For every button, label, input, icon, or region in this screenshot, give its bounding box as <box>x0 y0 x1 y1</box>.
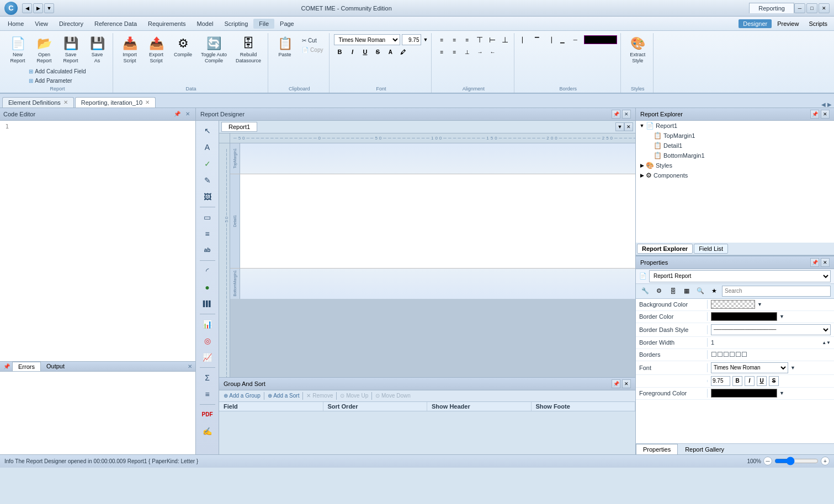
border-line-style-btn[interactable]: ─ <box>570 34 581 45</box>
menu-reference-data[interactable]: Reference Data <box>89 19 142 29</box>
cut-button[interactable]: ✂ Cut <box>299 36 326 45</box>
strikethrough-button[interactable]: S <box>372 46 383 57</box>
paste-button[interactable]: 📋 Paste <box>273 34 297 60</box>
open-report-button[interactable]: 📂 OpenReport <box>32 34 56 66</box>
align-center-button[interactable]: ≡ <box>449 34 460 45</box>
tab-output[interactable]: Output <box>41 362 70 371</box>
tool-check[interactable]: ✓ <box>199 156 216 171</box>
font-bold-prop-btn[interactable]: B <box>732 376 742 386</box>
outdent-button[interactable]: ← <box>487 46 498 57</box>
panel-pin-button[interactable]: 📌 <box>173 110 182 119</box>
re-pin-btn[interactable]: 📌 <box>810 110 819 119</box>
align-bottom-button[interactable]: ⊥ <box>500 34 511 45</box>
align-right-button[interactable]: ≡ <box>461 34 472 45</box>
save-as-button[interactable]: 💾 SaveAs <box>85 34 109 66</box>
tool-barcode[interactable]: ▌▌▌ <box>199 296 216 312</box>
props-tool-table[interactable]: ▦ <box>681 286 693 297</box>
tab-nav-left[interactable]: ◀ <box>821 101 826 108</box>
zoom-in-btn[interactable]: + <box>821 457 830 465</box>
compile-button[interactable]: ⚙ Compile <box>171 34 195 60</box>
dropdown-button[interactable]: ▼ <box>44 3 54 13</box>
tree-topmargin1[interactable]: 📋 TopMargin1 <box>636 131 834 141</box>
props-tool-datasource[interactable]: 🗄 <box>667 286 679 297</box>
align-left-button[interactable]: ≡ <box>436 34 447 45</box>
extract-style-button[interactable]: 🎨 ExtractStyle <box>625 34 650 66</box>
bottom-margin-canvas[interactable] <box>240 269 635 299</box>
border-top-btn[interactable]: ▔ <box>532 34 543 45</box>
align-middle-button[interactable]: ⊢ <box>487 34 498 45</box>
tool-signature[interactable]: ✍ <box>199 423 216 439</box>
tool-shape[interactable]: ▭ <box>199 210 216 225</box>
rd-close-btn[interactable]: ✕ <box>622 110 631 119</box>
back-button[interactable]: ◀ <box>22 3 32 13</box>
align-3-button[interactable]: ⊥ <box>461 46 472 57</box>
detail-canvas[interactable] <box>240 174 635 268</box>
zoom-out-btn[interactable]: ─ <box>763 457 772 465</box>
indent-button[interactable]: → <box>474 46 485 57</box>
tab-close-btn2[interactable]: ✕ <box>624 122 633 131</box>
underline-button[interactable]: U <box>359 46 370 57</box>
export-script-button[interactable]: 📤 ExportScript <box>144 34 168 66</box>
prop-value-border-color[interactable]: ▼ <box>708 311 834 322</box>
tree-components[interactable]: ▶ ⚙ Components <box>636 170 834 180</box>
menu-model[interactable]: Model <box>192 19 219 29</box>
tool-sparkline[interactable]: 📈 <box>199 350 216 365</box>
font-select[interactable]: Times New Roman <box>711 362 788 373</box>
tool-rich-text2[interactable]: ab <box>199 243 216 258</box>
gs-pin-btn[interactable]: 📌 <box>612 379 620 388</box>
props-tool-events[interactable]: 🔧 <box>639 286 651 297</box>
new-report-button[interactable]: 📄 NewReport <box>6 34 30 66</box>
font-dropdown-arrow[interactable]: ▼ <box>790 365 795 371</box>
border-color-swatch[interactable] <box>711 312 777 321</box>
border-color-swatch[interactable] <box>584 35 617 44</box>
font-size-dropdown-icon[interactable]: ▼ <box>423 37 428 42</box>
tree-detail1[interactable]: 📋 Detail1 <box>636 141 834 151</box>
prop-value-border-width[interactable]: 1 ▲▼ <box>708 338 834 347</box>
add-parameter-button[interactable]: ⊞ Add Parameter <box>26 77 88 85</box>
scripts-button[interactable]: Scripts <box>804 19 832 28</box>
copy-button[interactable]: 📄 Copy <box>299 46 326 54</box>
report1-tab[interactable]: Report1 <box>221 122 257 132</box>
menu-requirements[interactable]: Requirements <box>142 19 191 29</box>
prop-value-borders[interactable]: ☐☐☐☐☐☐ <box>708 350 834 360</box>
close-button[interactable]: ✕ <box>819 3 830 13</box>
props-search-input[interactable] <box>722 286 831 297</box>
align-distribute-button[interactable]: ≡ <box>449 46 460 57</box>
menu-view[interactable]: View <box>29 19 54 29</box>
minimize-button[interactable]: ─ <box>794 3 805 13</box>
tab-nav-right[interactable]: ▶ <box>827 101 832 108</box>
menu-scripting[interactable]: Scripting <box>219 19 254 29</box>
restore-button[interactable]: □ <box>806 3 817 13</box>
tool-image[interactable]: 🖼 <box>199 189 216 205</box>
font-strikethrough-prop-btn[interactable]: S <box>769 376 779 386</box>
font-size-prop-input[interactable] <box>711 376 730 386</box>
tab-dropdown-btn[interactable]: ▼ <box>615 122 624 131</box>
forward-button[interactable]: ▶ <box>33 3 43 13</box>
errors-close-button[interactable]: ✕ <box>188 363 192 369</box>
bold-button[interactable]: B <box>334 46 345 57</box>
prop-value-fg-color[interactable]: ▼ <box>708 388 834 399</box>
bg-color-dropdown[interactable]: ▼ <box>757 302 762 307</box>
font-underline-prop-btn[interactable]: U <box>757 376 767 386</box>
font-italic-prop-btn[interactable]: I <box>745 376 755 386</box>
align-justify-button[interactable]: ≡ <box>436 46 447 57</box>
tab-errors[interactable]: Errors <box>12 362 41 371</box>
border-color-dropdown[interactable]: ▼ <box>779 314 784 319</box>
tab-reporting[interactable]: Reporting, iteration_10 ✕ <box>75 97 156 108</box>
re-tab-fieldlist[interactable]: Field List <box>694 244 728 254</box>
tool-curve[interactable]: ◜ <box>199 263 216 278</box>
rebuild-datasource-button[interactable]: 🗄 RebuildDatasource <box>232 34 264 66</box>
tool-lines[interactable]: ≡ <box>199 226 216 242</box>
border-dash-style-select[interactable]: ──────────────── <box>711 324 831 335</box>
props-object-select[interactable]: Report1 Report <box>649 270 831 282</box>
font-family-select[interactable]: Times New Roman <box>334 34 400 45</box>
menu-home[interactable]: Home <box>2 19 29 29</box>
add-sort-btn[interactable]: ⊕ Add a Sort <box>268 393 299 399</box>
font-color-button[interactable]: A <box>385 46 396 57</box>
tree-report1[interactable]: ▼ 📄 Report1 <box>636 121 834 131</box>
reporting-tab[interactable]: Reporting <box>749 3 794 13</box>
border-left-btn[interactable]: ▏ <box>519 34 530 45</box>
menu-file[interactable]: File <box>253 19 274 29</box>
add-calculated-field-button[interactable]: ⊞ Add Calculated Field <box>26 67 88 76</box>
tool-rich-text[interactable]: ✎ <box>199 173 216 188</box>
